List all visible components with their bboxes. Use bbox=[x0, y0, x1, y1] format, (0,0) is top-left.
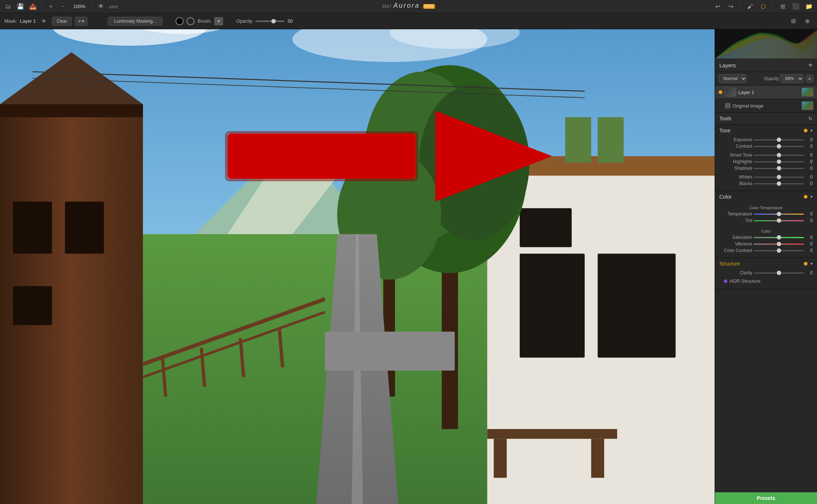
separator-4 bbox=[773, 3, 773, 10]
layer-menu-button[interactable]: ≡ bbox=[806, 75, 813, 83]
temperature-value: 0 bbox=[805, 211, 813, 217]
redo-icon[interactable]: ↪ bbox=[726, 1, 736, 12]
new-folder-icon[interactable]: 🗂 bbox=[3, 1, 13, 12]
layer-1-row[interactable]: Layer 1 bbox=[715, 86, 817, 99]
separator-1 bbox=[42, 3, 42, 10]
add-layer-button[interactable]: + bbox=[808, 61, 813, 69]
tools-header[interactable]: Tools ↻ bbox=[715, 113, 817, 125]
blacks-slider[interactable] bbox=[754, 183, 804, 184]
histogram bbox=[715, 29, 817, 59]
color-title: Color bbox=[719, 194, 731, 200]
clear-button[interactable]: Clear bbox=[52, 17, 72, 26]
svg-rect-15 bbox=[65, 202, 104, 253]
layers-title: Layers bbox=[719, 62, 736, 68]
svg-rect-21 bbox=[520, 208, 572, 247]
svg-rect-42 bbox=[227, 133, 416, 179]
stamp-icon[interactable]: ⬡ bbox=[758, 1, 768, 12]
vibrance-value: 0 bbox=[805, 241, 813, 247]
highlights-slider[interactable] bbox=[754, 161, 804, 162]
add-icon[interactable]: ＋ bbox=[46, 1, 56, 12]
exposure-slider[interactable] bbox=[754, 139, 804, 140]
layer-thumb-inner bbox=[725, 88, 736, 96]
brush-white-circle[interactable] bbox=[187, 17, 195, 25]
export2-icon[interactable]: 📁 bbox=[804, 1, 814, 12]
layers-icon[interactable]: ⬛ bbox=[791, 1, 801, 12]
smart-tone-slider[interactable] bbox=[754, 155, 804, 156]
structure-chevron: ▾ bbox=[810, 261, 813, 266]
clarity-slider[interactable] bbox=[754, 272, 804, 274]
original-image-row[interactable]: Original Image bbox=[715, 99, 817, 113]
subtract-icon[interactable]: － bbox=[58, 1, 68, 12]
main-area: Layers + Normal Opacity 89% ≡ Layer 1 bbox=[0, 29, 817, 504]
svg-rect-45 bbox=[487, 429, 617, 439]
presets-bar[interactable]: Presets bbox=[715, 492, 817, 504]
color-chevron: ▾ bbox=[810, 194, 813, 199]
svg-rect-23 bbox=[565, 117, 591, 162]
svg-rect-13 bbox=[0, 104, 143, 117]
canvas-area[interactable] bbox=[0, 29, 715, 504]
temperature-slider[interactable] bbox=[754, 214, 804, 215]
color-contrast-label: Color Contrast bbox=[719, 248, 752, 253]
shadows-slider[interactable] bbox=[754, 168, 804, 169]
save-icon[interactable]: 💾 bbox=[15, 1, 26, 12]
mask-label: Mask: bbox=[4, 18, 17, 24]
split-view-icon[interactable]: ▱▱ bbox=[108, 1, 118, 12]
layer-1-preview bbox=[802, 88, 813, 97]
vibrance-slider[interactable] bbox=[754, 244, 804, 245]
photo-container bbox=[0, 29, 715, 504]
color-header[interactable]: Color ▾ bbox=[715, 191, 817, 202]
smart-tone-value: 0 bbox=[805, 153, 813, 158]
mask-toolbar-right: ⊞ ⊕ bbox=[788, 16, 813, 27]
color-subtitle: Color bbox=[719, 229, 813, 233]
undo-icon[interactable]: ↩ bbox=[712, 1, 723, 12]
color-contrast-slider[interactable] bbox=[754, 250, 804, 251]
layer-visibility-dot bbox=[719, 90, 722, 94]
tone-dot bbox=[804, 129, 807, 132]
brush-size-button[interactable]: ▾ bbox=[214, 17, 223, 25]
layer-controls: Normal Opacity 89% ≡ bbox=[715, 72, 817, 86]
crop-icon[interactable]: ⊞ bbox=[778, 1, 788, 12]
opacity-select[interactable]: 89% bbox=[780, 74, 803, 83]
structure-section: Structure ▾ Clarity 0 HDR Structure bbox=[715, 258, 817, 289]
contrast-slider[interactable] bbox=[754, 146, 804, 147]
contrast-label: Contrast bbox=[719, 144, 752, 149]
mask-eye-icon[interactable]: 👁 bbox=[39, 16, 49, 26]
blacks-value: 0 bbox=[805, 181, 813, 186]
opacity-label: Opacity bbox=[764, 76, 779, 81]
layer-1-name: Layer 1 bbox=[738, 90, 799, 95]
svg-rect-47 bbox=[591, 439, 604, 478]
tone-header[interactable]: Tone ▾ bbox=[715, 125, 817, 136]
brush-black-circle[interactable] bbox=[176, 17, 184, 25]
blacks-row: Blacks 0 bbox=[719, 181, 813, 186]
luminosity-masking-button[interactable]: Luminosity Masking... bbox=[108, 17, 162, 26]
saturation-slider[interactable] bbox=[754, 237, 804, 238]
eye-icon[interactable]: 👁 bbox=[96, 1, 106, 12]
tint-slider[interactable] bbox=[754, 220, 804, 221]
right-panel: Layers + Normal Opacity 89% ≡ Layer 1 bbox=[715, 29, 817, 504]
export-icon[interactable]: 📤 bbox=[28, 1, 38, 12]
svg-rect-39 bbox=[325, 332, 455, 371]
grid-icon[interactable]: ⊞ bbox=[788, 16, 799, 27]
crosshair-icon[interactable]: ⊕ bbox=[802, 16, 813, 27]
vibrance-row: Vibrance 0 bbox=[719, 241, 813, 247]
color-contrast-value: 0 bbox=[805, 248, 813, 253]
tone-chevron: ▾ bbox=[810, 128, 813, 133]
structure-body: Clarity 0 HDR Structure bbox=[715, 269, 817, 289]
smart-tone-label: Smart Tone bbox=[719, 153, 752, 158]
blend-mode-select[interactable]: Normal bbox=[719, 74, 747, 83]
layer-1-thumb bbox=[724, 88, 736, 97]
mask-options-button[interactable]: ≡ ▾ bbox=[75, 17, 87, 26]
tone-section: Tone ▾ Exposure 0 Contrast 0 bbox=[715, 125, 817, 191]
color-contrast-row: Color Contrast 0 bbox=[719, 248, 813, 253]
whites-slider[interactable] bbox=[754, 177, 804, 178]
exposure-row: Exposure 0 bbox=[719, 137, 813, 142]
hdr-row: HDR Structure bbox=[719, 277, 813, 286]
exposure-value: 0 bbox=[805, 137, 813, 142]
tools-refresh-icon[interactable]: ↻ bbox=[808, 116, 813, 121]
saturation-label: Saturation bbox=[719, 235, 752, 240]
tint-value: 0 bbox=[805, 218, 813, 223]
opacity-slider[interactable] bbox=[255, 20, 285, 22]
structure-header[interactable]: Structure ▾ bbox=[715, 258, 817, 269]
zoom-level: 100% bbox=[71, 4, 88, 9]
brush-tool-icon[interactable]: 🖌 bbox=[745, 1, 755, 12]
